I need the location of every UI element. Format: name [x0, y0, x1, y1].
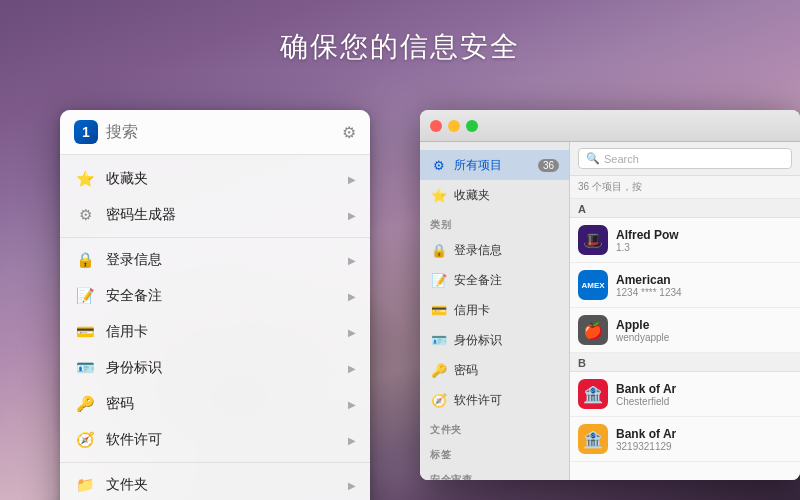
- popup-item-favorites[interactable]: ⭐收藏夹▶: [60, 161, 370, 197]
- sidebar-label-cards: 信用卡: [454, 302, 559, 319]
- window-titlebar: [420, 110, 800, 142]
- window-body: ⚙ 所有项目 36 ⭐ 收藏夹 类别 🔒 登录信息 📝 安全备注 💳 信用卡 🪪…: [420, 142, 800, 480]
- sidebar-item-all[interactable]: ⚙ 所有项目 36: [420, 150, 569, 180]
- popup-item-icon-password-gen: ⚙: [74, 204, 96, 226]
- list-item-amex[interactable]: AMEX American 1234 **** 1234: [570, 263, 800, 308]
- status-bar: 36 个项目，按: [570, 176, 800, 199]
- list-item-sub-bankofar2: 3219321129: [616, 441, 792, 452]
- popup-item-arrow-software: ▶: [348, 435, 356, 446]
- sidebar-item-cards[interactable]: 💳 信用卡: [420, 295, 569, 325]
- popup-item-cards[interactable]: 💳信用卡▶: [60, 314, 370, 350]
- list-item-icon-alfred: 🎩: [578, 225, 608, 255]
- list-item-alfred[interactable]: 🎩 Alfred Pow 1.3: [570, 218, 800, 263]
- popup-item-folders[interactable]: 📁文件夹▶: [60, 467, 370, 500]
- popup-divider: [60, 462, 370, 463]
- sidebar-icon-software: 🧭: [430, 391, 448, 409]
- list-item-name-apple: Apple: [616, 318, 792, 332]
- sidebar-audit-label: 安全审查: [420, 465, 569, 480]
- popup-item-notes[interactable]: 📝安全备注▶: [60, 278, 370, 314]
- popup-item-icon-software: 🧭: [74, 429, 96, 451]
- sidebar-icon-identity: 🪪: [430, 331, 448, 349]
- sidebar-category-label: 类别: [420, 210, 569, 235]
- sidebar-all-label: 所有项目: [454, 157, 538, 174]
- popup-item-icon-favorites: ⭐: [74, 168, 96, 190]
- list-item-bankofar2[interactable]: 🏦 Bank of Ar 3219321129: [570, 417, 800, 462]
- list-item-name-alfred: Alfred Pow: [616, 228, 792, 242]
- list-item-sub-bankofamerica: Chesterfield: [616, 396, 792, 407]
- list-item-icon-apple: 🍎: [578, 315, 608, 345]
- sidebar-icon-passwords: 🔑: [430, 361, 448, 379]
- sidebar-item-software[interactable]: 🧭 软件许可: [420, 385, 569, 415]
- sidebar-item-favorites[interactable]: ⭐ 收藏夹: [420, 180, 569, 210]
- sidebar-item-logins[interactable]: 🔒 登录信息: [420, 235, 569, 265]
- sidebar-folder-label: 文件夹: [420, 415, 569, 440]
- popup-item-icon-logins: 🔒: [74, 249, 96, 271]
- popup-item-label-password-gen: 密码生成器: [106, 206, 348, 224]
- popup-item-logins[interactable]: 🔒登录信息▶: [60, 242, 370, 278]
- popup-item-identity[interactable]: 🪪身份标识▶: [60, 350, 370, 386]
- list-item-bankofamerica[interactable]: 🏦 Bank of Ar Chesterfield: [570, 372, 800, 417]
- sidebar-label-passwords: 密码: [454, 362, 559, 379]
- traffic-light-maximize[interactable]: [466, 120, 478, 132]
- list-item-icon-bankofar2: 🏦: [578, 424, 608, 454]
- traffic-light-close[interactable]: [430, 120, 442, 132]
- popup-menu: 1 ⚙ ⭐收藏夹▶⚙密码生成器▶🔒登录信息▶📝安全备注▶💳信用卡▶🪪身份标识▶🔑…: [60, 110, 370, 500]
- popup-item-arrow-logins: ▶: [348, 255, 356, 266]
- sidebar-label-notes: 安全备注: [454, 272, 559, 289]
- list-item-info-bankofamerica: Bank of Ar Chesterfield: [616, 382, 792, 407]
- sidebar-item-identity[interactable]: 🪪 身份标识: [420, 325, 569, 355]
- popup-divider: [60, 237, 370, 238]
- sidebar-all-badge: 36: [538, 159, 559, 172]
- sidebar-item-notes[interactable]: 📝 安全备注: [420, 265, 569, 295]
- sidebar-fav-icon: ⭐: [430, 186, 448, 204]
- list-item-info-alfred: Alfred Pow 1.3: [616, 228, 792, 253]
- popup-search-input[interactable]: [106, 123, 342, 141]
- popup-item-label-identity: 身份标识: [106, 359, 348, 377]
- popup-item-label-passwords: 密码: [106, 395, 348, 413]
- popup-search-bar: 1 ⚙: [60, 110, 370, 155]
- list-item-icon-amex: AMEX: [578, 270, 608, 300]
- list-item-sub-amex: 1234 **** 1234: [616, 287, 792, 298]
- sidebar-icon-notes: 📝: [430, 271, 448, 289]
- popup-item-label-software: 软件许可: [106, 431, 348, 449]
- list-section-B: B: [570, 353, 800, 372]
- sidebar-label-identity: 身份标识: [454, 332, 559, 349]
- sidebar-tag-label: 标签: [420, 440, 569, 465]
- list-item-sub-alfred: 1.3: [616, 242, 792, 253]
- popup-logo: 1: [74, 120, 98, 144]
- sidebar-icon-logins: 🔒: [430, 241, 448, 259]
- popup-item-label-notes: 安全备注: [106, 287, 348, 305]
- list-item-icon-bankofamerica: 🏦: [578, 379, 608, 409]
- popup-item-arrow-cards: ▶: [348, 327, 356, 338]
- popup-item-password-gen[interactable]: ⚙密码生成器▶: [60, 197, 370, 233]
- sidebar-all-icon: ⚙: [430, 156, 448, 174]
- main-search-icon: 🔍: [586, 152, 600, 165]
- popup-gear-icon[interactable]: ⚙: [342, 123, 356, 142]
- traffic-light-minimize[interactable]: [448, 120, 460, 132]
- window-content: 🔍 Search 36 个项目，按 A 🎩 Alfred Pow 1.3 AME…: [570, 142, 800, 480]
- popup-item-label-logins: 登录信息: [106, 251, 348, 269]
- popup-item-icon-identity: 🪪: [74, 357, 96, 379]
- sidebar-fav-label: 收藏夹: [454, 187, 559, 204]
- items-list[interactable]: A 🎩 Alfred Pow 1.3 AMEX American 1234 **…: [570, 199, 800, 480]
- page-title: 确保您的信息安全: [0, 28, 800, 66]
- list-item-name-bankofamerica: Bank of Ar: [616, 382, 792, 396]
- popup-item-passwords[interactable]: 🔑密码▶: [60, 386, 370, 422]
- sidebar-label-software: 软件许可: [454, 392, 559, 409]
- list-item-name-bankofar2: Bank of Ar: [616, 427, 792, 441]
- list-item-sub-apple: wendyapple: [616, 332, 792, 343]
- popup-item-software[interactable]: 🧭软件许可▶: [60, 422, 370, 458]
- list-section-A: A: [570, 199, 800, 218]
- list-item-apple[interactable]: 🍎 Apple wendyapple: [570, 308, 800, 353]
- popup-item-icon-notes: 📝: [74, 285, 96, 307]
- popup-item-label-folders: 文件夹: [106, 476, 348, 494]
- popup-item-arrow-passwords: ▶: [348, 399, 356, 410]
- main-search-box[interactable]: 🔍 Search: [578, 148, 792, 169]
- sidebar-label-logins: 登录信息: [454, 242, 559, 259]
- window-sidebar: ⚙ 所有项目 36 ⭐ 收藏夹 类别 🔒 登录信息 📝 安全备注 💳 信用卡 🪪…: [420, 142, 570, 480]
- list-item-info-amex: American 1234 **** 1234: [616, 273, 792, 298]
- popup-item-label-cards: 信用卡: [106, 323, 348, 341]
- sidebar-item-passwords[interactable]: 🔑 密码: [420, 355, 569, 385]
- list-item-info-apple: Apple wendyapple: [616, 318, 792, 343]
- popup-item-arrow-identity: ▶: [348, 363, 356, 374]
